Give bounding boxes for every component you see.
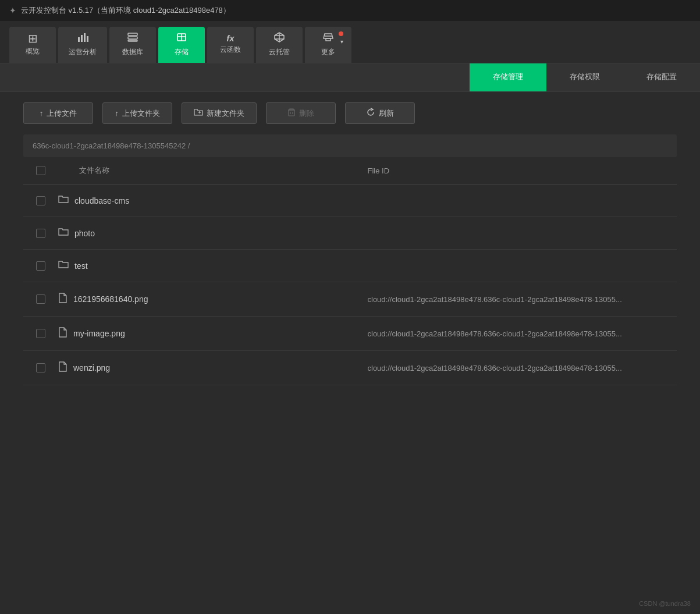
file-name-cell: my-image.png bbox=[58, 327, 368, 340]
title-bar-text: 云开发控制台 v1.5.17（当前环境 cloud1-2gca2at18498e… bbox=[21, 5, 230, 16]
overview-icon: ⊞ bbox=[28, 33, 38, 44]
svg-rect-0 bbox=[78, 37, 80, 42]
app-icon: ✦ bbox=[9, 6, 16, 15]
top-nav: ⊞ 概览 运营分析 数据库 bbox=[0, 21, 700, 63]
nav-item-functions[interactable]: fx 云函数 bbox=[207, 27, 254, 63]
file-icon bbox=[58, 327, 67, 340]
row-checkbox[interactable] bbox=[36, 329, 45, 338]
hosting-icon bbox=[273, 31, 285, 45]
refresh-icon bbox=[366, 108, 375, 119]
header-checkbox-cell[interactable] bbox=[23, 166, 58, 175]
svg-rect-2 bbox=[84, 33, 86, 42]
svg-rect-4 bbox=[128, 33, 137, 36]
file-name-cell: test bbox=[58, 260, 368, 271]
breadcrumb-path: 636c-cloud1-2gca2at18498e478-1305545242 … bbox=[33, 141, 190, 150]
row-checkbox[interactable] bbox=[36, 261, 45, 271]
file-id-cell: cloud://cloud1-2gca2at18498e478.636c-clo… bbox=[368, 364, 677, 372]
new-folder-button[interactable]: 新建文件夹 bbox=[182, 102, 257, 124]
header-file-name: 文件名称 bbox=[58, 165, 368, 176]
nav-item-database[interactable]: 数据库 bbox=[109, 27, 156, 63]
file-name-text: cloudbase-cms bbox=[74, 196, 129, 205]
nav-item-hosting[interactable]: 云托管 bbox=[256, 27, 303, 63]
file-name-text: photo bbox=[74, 229, 95, 238]
nav-label-more: 更多 bbox=[321, 47, 335, 57]
nav-label-functions: 云函数 bbox=[220, 45, 241, 55]
svg-rect-5 bbox=[128, 37, 137, 39]
upload-file-button[interactable]: ↑ 上传文件 bbox=[23, 102, 93, 124]
more-icon bbox=[322, 31, 334, 45]
breadcrumb: 636c-cloud1-2gca2at18498e478-1305545242 … bbox=[23, 134, 677, 157]
row-checkbox-cell[interactable] bbox=[23, 329, 58, 338]
watermark: CSDN @tundra38 bbox=[639, 600, 691, 607]
folder-icon bbox=[58, 195, 69, 206]
file-name-cell: wenzi.png bbox=[58, 361, 368, 374]
sub-nav-management[interactable]: 存储管理 bbox=[470, 63, 546, 91]
refresh-label: 刷新 bbox=[379, 108, 394, 119]
analytics-icon bbox=[77, 31, 88, 45]
upload-file-label: 上传文件 bbox=[47, 108, 77, 119]
row-checkbox-cell[interactable] bbox=[23, 229, 58, 238]
row-checkbox-cell[interactable] bbox=[23, 196, 58, 205]
select-all-checkbox[interactable] bbox=[36, 166, 45, 175]
sub-nav-permissions[interactable]: 存储权限 bbox=[546, 63, 623, 91]
table-header: 文件名称 File ID bbox=[23, 157, 677, 184]
refresh-button[interactable]: 刷新 bbox=[345, 102, 415, 124]
upload-folder-button[interactable]: ↑ 上传文件夹 bbox=[102, 102, 172, 124]
file-name-text: my-image.png bbox=[73, 329, 125, 338]
delete-icon bbox=[287, 108, 296, 119]
nav-label-analytics: 运营分析 bbox=[69, 47, 97, 57]
nav-label-hosting: 云托管 bbox=[269, 47, 290, 57]
file-name-cell: cloudbase-cms bbox=[58, 195, 368, 206]
table-row[interactable]: photo bbox=[23, 217, 677, 250]
nav-item-more[interactable]: 更多 ▾ bbox=[305, 27, 351, 63]
file-name-text: 1621956681640.png bbox=[73, 294, 148, 304]
header-file-id: File ID bbox=[368, 166, 677, 175]
row-checkbox-cell[interactable] bbox=[23, 363, 58, 372]
sub-nav-config[interactable]: 存储配置 bbox=[623, 63, 700, 91]
new-folder-icon bbox=[194, 108, 203, 118]
file-id-cell: cloud://cloud1-2gca2at18498e478.636c-clo… bbox=[368, 295, 677, 304]
folder-icon bbox=[58, 260, 69, 271]
action-bar: ↑ 上传文件 ↑ 上传文件夹 新建文件夹 删除 bbox=[0, 92, 700, 134]
delete-label: 删除 bbox=[299, 108, 314, 119]
svg-rect-3 bbox=[87, 36, 88, 42]
svg-rect-17 bbox=[289, 110, 294, 116]
nav-label-overview: 概览 bbox=[26, 47, 40, 56]
table-row[interactable]: my-image.png cloud://cloud1-2gca2at18498… bbox=[23, 317, 677, 351]
svg-rect-6 bbox=[128, 40, 137, 41]
upload-folder-icon: ↑ bbox=[115, 109, 119, 118]
row-checkbox[interactable] bbox=[36, 363, 45, 372]
nav-item-analytics[interactable]: 运营分析 bbox=[58, 27, 107, 63]
delete-button[interactable]: 删除 bbox=[266, 102, 336, 124]
table-row[interactable]: 1621956681640.png cloud://cloud1-2gca2at… bbox=[23, 282, 677, 317]
sub-nav: 存储管理 存储权限 存储配置 bbox=[0, 63, 700, 92]
table-row[interactable]: cloudbase-cms bbox=[23, 184, 677, 217]
file-icon bbox=[58, 361, 67, 374]
functions-icon: fx bbox=[226, 34, 234, 42]
row-checkbox-cell[interactable] bbox=[23, 294, 58, 304]
file-icon bbox=[58, 293, 67, 306]
row-checkbox-cell[interactable] bbox=[23, 261, 58, 271]
table-row[interactable]: wenzi.png cloud://cloud1-2gca2at18498e47… bbox=[23, 351, 677, 385]
table-row[interactable]: test bbox=[23, 250, 677, 282]
title-bar: ✦ 云开发控制台 v1.5.17（当前环境 cloud1-2gca2at1849… bbox=[0, 0, 700, 21]
file-name-text: wenzi.png bbox=[73, 363, 110, 372]
watermark-text: CSDN @tundra38 bbox=[639, 600, 691, 607]
nav-item-storage[interactable]: 存储 bbox=[158, 27, 205, 63]
database-icon bbox=[127, 31, 138, 45]
nav-item-overview[interactable]: ⊞ 概览 bbox=[9, 27, 56, 63]
upload-folder-label: 上传文件夹 bbox=[122, 108, 160, 119]
more-badge bbox=[339, 31, 343, 36]
row-checkbox[interactable] bbox=[36, 229, 45, 238]
file-name-cell: photo bbox=[58, 228, 368, 239]
row-checkbox[interactable] bbox=[36, 196, 45, 205]
nav-label-database: 数据库 bbox=[122, 47, 143, 57]
file-id-cell: cloud://cloud1-2gca2at18498e478.636c-clo… bbox=[368, 329, 677, 338]
svg-rect-1 bbox=[81, 35, 83, 42]
svg-rect-13 bbox=[326, 38, 331, 41]
new-folder-label: 新建文件夹 bbox=[207, 108, 244, 119]
file-name-text: test bbox=[74, 261, 88, 271]
file-name-cell: 1621956681640.png bbox=[58, 293, 368, 306]
row-checkbox[interactable] bbox=[36, 294, 45, 304]
nav-label-storage: 存储 bbox=[175, 47, 189, 57]
